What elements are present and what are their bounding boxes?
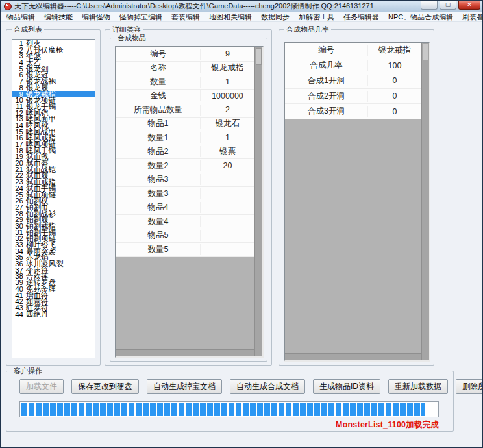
menu-item[interactable]: 刷装备 <box>458 12 483 22</box>
list-item[interactable]: 7银龙战袍 <box>12 78 95 84</box>
minimize-button[interactable]: – <box>421 1 438 10</box>
list-item[interactable]: 19弑血戟 <box>12 153 95 160</box>
list-item[interactable]: 40免死金牌 <box>12 286 95 292</box>
list-item[interactable]: 5银龙剑 <box>12 66 95 72</box>
window-controls: – ▢ ✕ <box>421 1 480 12</box>
menu-item[interactable]: 套装编辑 <box>167 12 204 22</box>
row-value: 银票 <box>201 146 254 157</box>
list-item[interactable]: 4太乙 <box>12 59 95 66</box>
table-row[interactable]: 编号 9 <box>116 47 254 62</box>
list-item[interactable]: 36冰川凌风裂 <box>12 260 95 267</box>
table-row[interactable]: 物品5 <box>116 229 254 243</box>
list-item[interactable]: 2八卦伏魔枪 <box>12 47 95 53</box>
rate-group-label: 合成物品几率 <box>284 25 331 34</box>
menu-item[interactable]: NPC、物品合成编辑 <box>384 12 458 22</box>
table-row[interactable]: 金钱 1000000 <box>116 90 254 104</box>
row-value: 1000000 <box>201 92 254 101</box>
row-label: 物品1 <box>116 118 201 129</box>
action-button[interactable]: 生成物品ID资料 <box>313 379 380 394</box>
table-row[interactable]: 物品4 <box>116 201 254 216</box>
row-label: 物品3 <box>116 174 201 185</box>
row-label: 物品5 <box>116 230 201 241</box>
table-row[interactable]: 物品2 银票 <box>116 145 254 160</box>
maximize-button[interactable]: ▢ <box>440 1 456 10</box>
list-item[interactable]: 26铂剹杖 <box>12 197 95 204</box>
table-row[interactable]: 合成几率 100 <box>285 58 421 74</box>
scrollbar-thumb[interactable] <box>423 44 428 60</box>
scrollbar-thumb[interactable] <box>256 48 262 65</box>
row-label: 合成2开洞 <box>285 91 368 102</box>
list-item[interactable]: 3绝煞 <box>12 53 95 59</box>
menu-item[interactable]: 数据同步 <box>256 12 294 22</box>
menu-item[interactable]: 编辑怪物 <box>77 12 115 22</box>
synthesis-list-label: 合成列表 <box>12 25 44 34</box>
list-item[interactable]: 37变速符 <box>12 267 95 273</box>
menu-item[interactable]: 编辑技能 <box>40 12 77 22</box>
list-item[interactable]: 28铂剹战衫 <box>12 210 95 217</box>
menu-item[interactable]: 怪物掉宝编辑 <box>115 12 167 22</box>
table-row[interactable]: 合成2开洞 0 <box>285 89 421 105</box>
close-button[interactable]: ✕ <box>458 1 480 10</box>
list-item[interactable]: 43狂暴符 <box>12 305 95 311</box>
row-label: 名称 <box>116 62 201 73</box>
list-item[interactable]: 34暴雨突袭 <box>12 248 95 255</box>
row-label: 合成几率 <box>285 60 368 71</box>
list-item[interactable]: 13哮凤面甲 <box>12 116 95 122</box>
action-button[interactable]: 自动生成合成文档 <box>230 379 305 394</box>
horizontal-scrollbar[interactable] <box>285 353 421 360</box>
table-row[interactable]: 数量5 <box>116 243 254 257</box>
action-button[interactable]: 自动生成掉宝文档 <box>147 379 222 394</box>
action-button[interactable]: 保存更改到硬盘 <box>71 379 139 394</box>
table-row[interactable]: 名称 银龙戒指 <box>116 62 254 76</box>
vertical-scrollbar[interactable] <box>421 43 429 360</box>
table-row[interactable]: 数量1 1 <box>116 131 254 145</box>
row-value: 20 <box>201 161 254 170</box>
client-ops-label: 客户操作 <box>12 367 44 375</box>
table-row[interactable]: 物品1 银龙石 <box>116 118 254 132</box>
menu-item[interactable]: 任务编辑器 <box>339 12 384 22</box>
table-row[interactable]: 数量4 <box>116 215 254 229</box>
list-item[interactable]: 18哮凤手镯 <box>12 147 95 154</box>
table-row[interactable]: 数量 1 <box>116 75 254 90</box>
rate-group: 合成物品几率 编号 银龙戒指 合成几率 100 合成1开洞 0 合成2开洞 0 … <box>279 29 434 366</box>
row-label: 数量 <box>116 77 201 88</box>
table-row[interactable]: 物品3 <box>116 173 254 188</box>
table-row[interactable]: 数量3 <box>116 187 254 201</box>
action-button[interactable]: 删除所有数据 <box>456 379 483 394</box>
list-item[interactable]: 11银龙手镯 <box>12 103 95 110</box>
list-item[interactable]: 25弑血项链 <box>12 192 95 198</box>
vertical-scrollbar[interactable] <box>254 47 262 356</box>
table-row[interactable]: 数量2 20 <box>116 159 254 173</box>
row-value: 0 <box>368 107 421 116</box>
progress-fill <box>21 403 425 416</box>
detail-table: 编号 9 名称 银龙戒指 数量 1 金钱 1000000 所需物品数量 2 <box>116 47 254 257</box>
menu-item[interactable]: 地图相关编辑 <box>204 12 256 22</box>
list-item[interactable]: 41增血符 <box>12 292 95 299</box>
status-text: MonsterList_1100加载完成 <box>336 419 439 430</box>
action-button[interactable]: 加载文件 <box>19 379 64 394</box>
action-button[interactable]: 重新加载数据 <box>388 379 448 394</box>
table-row[interactable]: 合成3开洞 0 <box>285 104 421 119</box>
list-item-number: 44 <box>14 311 23 318</box>
table-row[interactable]: 合成1开洞 0 <box>285 73 421 89</box>
table-row[interactable]: 编号 银龙戒指 <box>285 43 421 58</box>
row-label: 编号 <box>285 45 368 56</box>
horizontal-scrollbar[interactable] <box>116 349 254 356</box>
row-value: 9 <box>201 49 254 58</box>
menu-item[interactable]: 加解密工具 <box>294 12 339 22</box>
table-row[interactable]: 所需物品数量 2 <box>116 103 254 118</box>
synthesis-listbox[interactable]: 1烈火 2八卦伏魔枪 3绝煞 4太乙 5银龙剑 6银龙冠 7银龙战袍 8银龙履 … <box>12 39 95 358</box>
list-item[interactable]: 21弑血战铠 <box>12 166 95 173</box>
client-ops-group: 客户操作 加载文件保存更改到硬盘自动生成掉宝文档自动生成合成文档生成物品ID资料… <box>6 371 454 432</box>
list-item[interactable]: 44四绝丹 <box>12 311 95 317</box>
row-label: 数量4 <box>116 216 201 227</box>
row-label: 数量1 <box>116 132 201 143</box>
list-item[interactable]: 42如意符 <box>12 298 95 305</box>
window-title: 天下无双编辑器-----C:\Users\Administrator\Deskt… <box>14 1 374 11</box>
row-value: 2 <box>201 105 254 114</box>
row-value: 银龙石 <box>201 118 254 129</box>
button-row: 加载文件保存更改到硬盘自动生成掉宝文档自动生成合成文档生成物品ID资料重新加载数… <box>19 379 448 394</box>
detail-group: 详细类容 合成物品 编号 9 名称 银龙戒指 数量 1 金钱 <box>105 29 272 366</box>
synthesis-item-label: 合成物品 <box>116 34 148 42</box>
menu-item[interactable]: 物品编辑 <box>2 12 40 22</box>
